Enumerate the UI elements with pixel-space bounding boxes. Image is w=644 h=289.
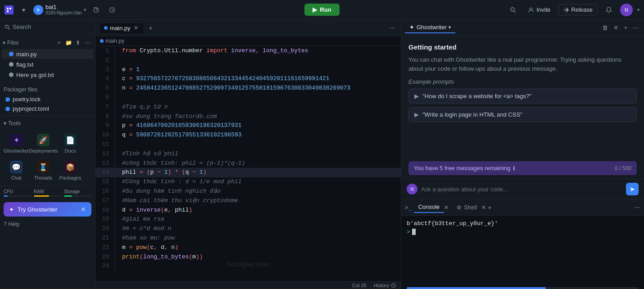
search-button[interactable] bbox=[506, 5, 520, 15]
bell-button[interactable] bbox=[602, 5, 616, 15]
tool-docs[interactable]: 📄 Docs bbox=[58, 131, 83, 156]
tool-threads[interactable]: 🧵 Threads bbox=[31, 158, 56, 183]
shell-tab[interactable]: ⚙ Shell bbox=[452, 202, 481, 212]
console-prompt-symbol: > bbox=[407, 229, 410, 235]
search-box[interactable]: Search bbox=[0, 20, 95, 34]
cpu-label: CPU bbox=[4, 189, 31, 194]
code-line-18: 18 d = inverse(e, phil) bbox=[95, 206, 401, 215]
deployments-icon: 🚀 bbox=[37, 134, 50, 146]
ghostwriter-tab[interactable]: ✦ Ghostwriter ▾ bbox=[405, 22, 455, 33]
storage-status: Storage bbox=[64, 189, 91, 197]
code-editor[interactable]: 1 from Crypto.Util.number import inverse… bbox=[95, 46, 401, 281]
ghostwriter-icon: ✦ bbox=[10, 134, 23, 146]
code-line-22: 22 m = pow(c, d, n) bbox=[95, 243, 401, 253]
file-upload-button[interactable]: ⬆ bbox=[74, 39, 82, 47]
code-table: 1 from Crypto.Util.number import inverse… bbox=[95, 46, 401, 271]
user-avatar[interactable]: N bbox=[620, 4, 633, 16]
example-prompts-label: Example prompts bbox=[408, 78, 637, 85]
file-item-hereyagol[interactable]: Here ya gol.txt ⋯ bbox=[2, 70, 93, 80]
dropdown-icon[interactable]: ▾ bbox=[17, 4, 30, 16]
help-label: Help bbox=[9, 221, 20, 227]
packager-item-poetrylock[interactable]: poetry.lock bbox=[0, 95, 95, 104]
tools-header[interactable]: ▾ Tools bbox=[0, 118, 95, 128]
code-line-13: 13 #công thức tính: phil = (p-1)*(q-1) bbox=[95, 159, 401, 168]
docs-icon: 📄 bbox=[64, 134, 77, 146]
ghostwriter-panel: ✦ Ghostwriter ▾ 🗑 ✕ + ⋯ Getting started … bbox=[401, 20, 644, 289]
tool-packages[interactable]: 📦 Packages bbox=[58, 158, 83, 183]
getting-started-title: Getting started bbox=[408, 43, 637, 51]
code-line-8: 8 #su dung trang factordb.com bbox=[95, 112, 401, 122]
ghostwriter-add-button[interactable]: + bbox=[622, 23, 629, 32]
help-button[interactable]: ? Help bbox=[0, 219, 95, 231]
code-line-15: 15 #Công thức tính : d = 1/e mod phil bbox=[95, 177, 401, 187]
file-icon-mainpy bbox=[9, 52, 14, 56]
breadcrumb-dot bbox=[100, 39, 104, 43]
packager-item-pyproject[interactable]: pyproject.toml bbox=[0, 104, 95, 113]
console-terminal-icon: >_ bbox=[405, 204, 414, 211]
files-chevron: ▾ bbox=[3, 40, 5, 46]
tab-close-mainpy[interactable]: ✕ bbox=[133, 25, 139, 31]
console-tab[interactable]: Console bbox=[414, 202, 444, 213]
help-icon: ? bbox=[4, 221, 7, 227]
packager-section: Packager files poetry.lock pyproject.tom… bbox=[0, 83, 95, 115]
storage-label: Storage bbox=[64, 189, 91, 194]
tool-ghostwriter-label: Ghostwriter bbox=[4, 148, 29, 154]
ram-track bbox=[34, 195, 61, 197]
new-folder-button[interactable]: 📁 bbox=[64, 39, 73, 47]
files-section-header[interactable]: ▾ Files + 📁 ⬆ ⋯ bbox=[0, 37, 95, 49]
run-button[interactable]: ▶ Run bbox=[304, 4, 339, 16]
shell-close-button[interactable]: ✕ bbox=[481, 204, 486, 211]
editor-area: main.py ✕ + ⋯ main.py 1 from Crypto.Util… bbox=[95, 20, 401, 289]
tools-grid: ✦ Ghostwriter 🚀 Deployments 📄 Docs 💬 Cha… bbox=[0, 128, 95, 186]
code-line-20: 20 #m = c^d mod n bbox=[95, 224, 401, 234]
files-label: Files bbox=[7, 40, 18, 46]
console-add-tab-button[interactable]: + bbox=[486, 203, 493, 212]
ghostwriter-input[interactable] bbox=[421, 186, 622, 193]
release-button[interactable]: Release bbox=[558, 4, 598, 15]
packager-name-poetrylock: poetry.lock bbox=[13, 96, 41, 103]
prompt-arrow-2: ▶ bbox=[414, 111, 419, 118]
history-label[interactable]: History bbox=[374, 283, 396, 288]
ghostwriter-close-button[interactable]: ✕ bbox=[612, 23, 620, 32]
code-line-12: 12 #Tính hệ số phil bbox=[95, 149, 401, 159]
tools-label: Tools bbox=[8, 120, 21, 126]
try-ghostwriter-label: Try Ghostwriter bbox=[18, 206, 57, 213]
svg-line-6 bbox=[514, 11, 516, 13]
tool-ghostwriter[interactable]: ✦ Ghostwriter bbox=[4, 131, 29, 156]
file-item-mainpy[interactable]: main.py ⋯ bbox=[2, 49, 93, 59]
tab-add-button[interactable]: + bbox=[146, 23, 156, 33]
code-line-16: 16 #Su dung hàm tính nghich đảo bbox=[95, 187, 401, 196]
project-info[interactable]: b bai1 0165-Nguyen-Van ▾ bbox=[33, 4, 86, 16]
tool-deployments-label: Deployments bbox=[29, 148, 58, 154]
files-more-button[interactable]: ⋯ bbox=[83, 39, 91, 47]
ghostwriter-more-button[interactable]: ⋯ bbox=[631, 23, 640, 32]
sidebar: Search ▾ Files + 📁 ⬆ ⋯ main.py bbox=[0, 20, 95, 289]
console-scrollbar[interactable] bbox=[407, 287, 639, 289]
run-icon: ▶ bbox=[313, 6, 317, 13]
file-item-flagtxt[interactable]: flag.txt ⋯ bbox=[2, 59, 93, 69]
release-label: Release bbox=[571, 6, 593, 13]
invite-button[interactable]: Invite bbox=[524, 5, 554, 15]
console-more-button[interactable]: ⋯ bbox=[634, 204, 640, 211]
try-ghostwriter-button[interactable]: ✦ Try Ghostwriter ✕ bbox=[4, 202, 91, 217]
copy-icon[interactable] bbox=[90, 4, 102, 16]
threads-icon: 🧵 bbox=[37, 161, 50, 173]
editor-tab-mainpy[interactable]: main.py ✕ bbox=[99, 23, 144, 33]
svg-rect-3 bbox=[94, 8, 98, 12]
console-output-line1: b'abctf{b3tter_up_y0ur_e}' bbox=[407, 219, 639, 229]
try-ghostwriter-close[interactable]: ✕ bbox=[81, 206, 86, 213]
main-layout: Search ▾ Files + 📁 ⬆ ⋯ main.py bbox=[0, 20, 644, 289]
col-info: Col 25 bbox=[352, 283, 367, 288]
editor-tabs-more[interactable]: ⋯ bbox=[387, 23, 397, 32]
history-icon[interactable] bbox=[106, 4, 118, 16]
ghostwriter-trash-button[interactable]: 🗑 bbox=[600, 23, 610, 32]
svg-point-9 bbox=[5, 25, 9, 28]
prompt-btn-2[interactable]: ▶ "Write a login page in HTML and CSS" bbox=[408, 107, 637, 122]
console-close-button[interactable]: ✕ bbox=[444, 204, 449, 211]
tool-deployments[interactable]: 🚀 Deployments bbox=[31, 131, 56, 156]
tool-chat[interactable]: 💬 Chat bbox=[4, 158, 29, 183]
ghostwriter-send-button[interactable]: ➤ bbox=[626, 183, 639, 195]
user-chevron[interactable]: ▾ bbox=[637, 7, 639, 12]
new-file-button[interactable]: + bbox=[55, 39, 63, 47]
prompt-btn-1[interactable]: ▶ "How do I scrape a website for <a> tag… bbox=[408, 89, 637, 104]
